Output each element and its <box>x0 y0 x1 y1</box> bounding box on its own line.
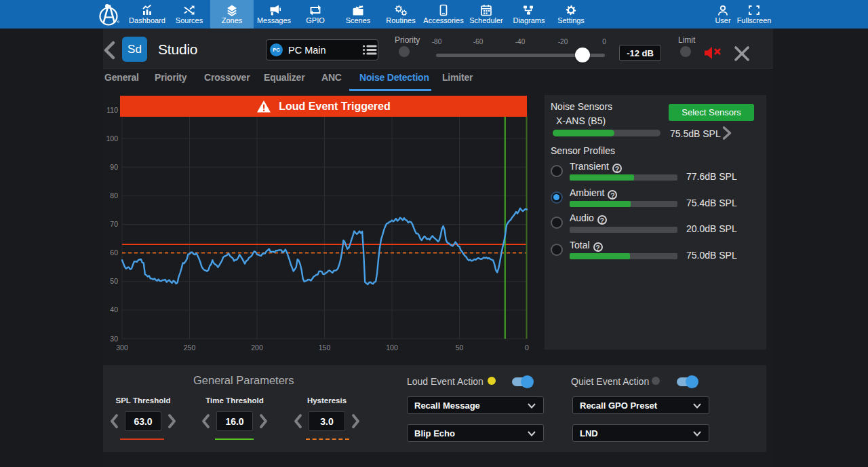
svg-text:250: 250 <box>184 343 196 352</box>
svg-text:50: 50 <box>456 343 464 352</box>
svg-text:60: 60 <box>110 248 118 257</box>
svg-text:70: 70 <box>110 220 118 228</box>
svg-text:150: 150 <box>319 343 331 352</box>
svg-text:50: 50 <box>110 277 118 285</box>
svg-text:90: 90 <box>110 163 118 171</box>
svg-text:300: 300 <box>116 343 128 352</box>
svg-text:100: 100 <box>386 343 398 352</box>
svg-text:110: 110 <box>106 106 118 114</box>
svg-text:0: 0 <box>525 343 529 352</box>
svg-text:100: 100 <box>106 134 118 143</box>
svg-text:80: 80 <box>110 191 118 200</box>
svg-text:30: 30 <box>110 335 118 343</box>
svg-text:200: 200 <box>251 343 263 352</box>
svg-text:40: 40 <box>110 305 118 314</box>
